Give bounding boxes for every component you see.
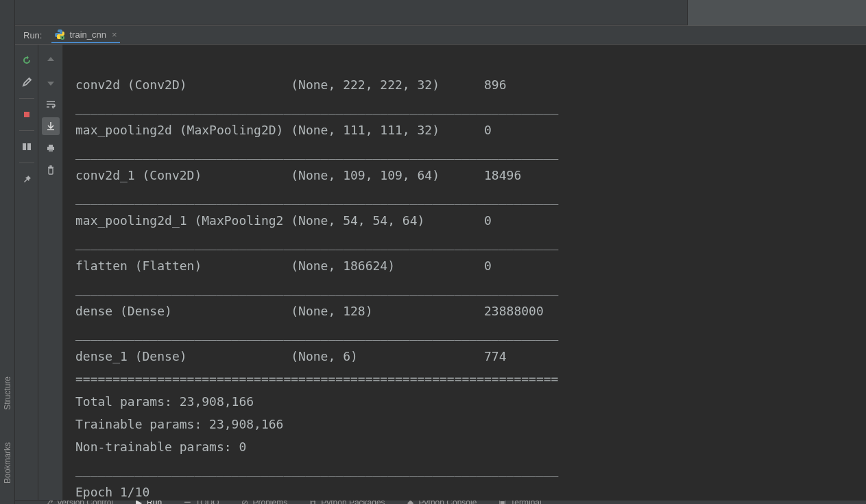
clear-all-button[interactable]: [42, 161, 60, 179]
run-toolwindow-header: Run: train_cnn ×: [15, 26, 866, 45]
play-icon: ▶: [134, 500, 143, 504]
down-stacktrace-button[interactable]: [42, 73, 60, 91]
console-text: conv2d (Conv2D) (None, 222, 222, 32) 896…: [75, 73, 866, 500]
terminal-icon: ▣: [497, 500, 507, 504]
console-output[interactable]: conv2d (Conv2D) (None, 222, 222, 32) 896…: [63, 45, 866, 500]
layout-button[interactable]: [18, 138, 36, 156]
svg-rect-5: [23, 143, 26, 150]
run-config-tab[interactable]: train_cnn ×: [51, 27, 119, 43]
run-config-name: train_cnn: [69, 29, 106, 40]
bookmarks-label: Bookmarks: [3, 442, 12, 483]
stop-button[interactable]: [18, 106, 36, 123]
todo-icon: ☰: [182, 500, 192, 504]
up-stacktrace-button[interactable]: [42, 51, 60, 69]
svg-rect-4: [24, 112, 29, 117]
rerun-button[interactable]: [18, 51, 36, 69]
run-toolbar-secondary: [38, 45, 63, 500]
soft-wrap-button[interactable]: [42, 95, 60, 113]
terminal-tab[interactable]: ▣ Terminal: [497, 500, 541, 504]
structure-toolwindow-button[interactable]: Structure: [3, 363, 12, 410]
python-icon: ◆: [406, 500, 416, 504]
svg-rect-8: [49, 145, 53, 147]
run-label: Run:: [23, 30, 42, 40]
modify-run-config-button[interactable]: [18, 73, 36, 91]
svg-rect-6: [27, 143, 31, 150]
python-console-tab[interactable]: ◆ Python Console: [406, 500, 477, 504]
python-icon: [54, 29, 65, 40]
editor-tab-bar: [15, 0, 866, 26]
editor-active-tab-region[interactable]: [687, 0, 866, 25]
structure-label: Structure: [3, 376, 12, 410]
bookmarks-toolwindow-button[interactable]: Bookmarks: [3, 429, 12, 483]
run-tab[interactable]: ▶ Run: [134, 500, 162, 504]
close-tab-icon[interactable]: ×: [112, 29, 117, 40]
package-icon: ⧉: [308, 500, 317, 504]
run-toolbar-primary: [15, 45, 38, 500]
branch-icon: ⎇: [44, 500, 53, 504]
left-tool-strip: Structure Bookmarks: [0, 0, 15, 504]
python-packages-tab[interactable]: ⧉ Python Packages: [308, 500, 385, 504]
version-control-tab[interactable]: ⎇ Version Control: [44, 500, 113, 504]
bottom-toolwindow-bar: ⎇ Version Control ▶ Run ☰ TODO ⊘ Problem…: [15, 500, 866, 504]
print-button[interactable]: [42, 139, 60, 157]
problems-icon: ⊘: [240, 500, 250, 504]
svg-rect-9: [49, 149, 53, 152]
problems-tab[interactable]: ⊘ Problems: [240, 500, 288, 504]
scroll-to-end-button[interactable]: [42, 117, 60, 135]
pin-button[interactable]: [18, 170, 36, 188]
todo-tab[interactable]: ☰ TODO: [182, 500, 219, 504]
